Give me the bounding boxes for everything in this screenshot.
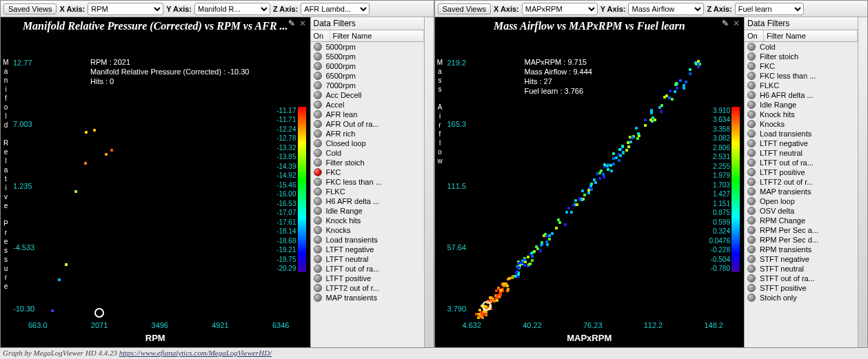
filter-led-icon[interactable] (314, 62, 322, 70)
filter-led-icon[interactable] (747, 101, 756, 109)
filter-led-icon[interactable] (314, 207, 322, 215)
filter-led-icon[interactable] (314, 158, 322, 167)
filter-led-icon[interactable] (747, 178, 756, 186)
filter-led-icon[interactable] (314, 245, 322, 254)
filter-list[interactable]: ColdFilter stoichFKCFKC less than ...FLK… (745, 42, 858, 347)
filter-row[interactable]: LTFT neutral (311, 254, 424, 264)
filter-row[interactable]: Cold (311, 148, 424, 158)
filter-row[interactable]: Knocks (745, 119, 858, 129)
filter-row[interactable]: RPM Change (745, 216, 858, 225)
filter-led-icon[interactable] (314, 255, 322, 263)
filter-row[interactable]: LTFT2 out of r... (745, 177, 858, 187)
filter-led-icon[interactable] (747, 52, 756, 61)
filter-row[interactable]: RPM Per Sec d... (745, 235, 858, 245)
filter-led-icon[interactable] (314, 187, 322, 196)
filter-led-icon[interactable] (314, 43, 322, 51)
filter-row[interactable]: MAP transients (745, 187, 858, 196)
filter-row[interactable]: Filter stoich (311, 158, 424, 167)
filter-row[interactable]: Load transients (745, 129, 858, 139)
close-icon[interactable]: ✕ (299, 19, 309, 28)
scatter-chart[interactable]: Mass Airflow vs MAPxRPM vs Fuel learn✎✕M… (435, 17, 745, 347)
filter-row[interactable]: AFR lean (311, 110, 424, 119)
filter-led-icon[interactable] (314, 274, 322, 283)
y-axis-select[interactable]: Manifold R... (194, 3, 270, 15)
filter-row[interactable]: LTFT positive (745, 167, 858, 177)
filter-row[interactable]: STFT negative (745, 254, 858, 264)
y-axis-select[interactable]: Mass Airflow (628, 3, 704, 15)
saved-views-button[interactable]: Saved Views (3, 3, 57, 14)
filter-row[interactable]: LTFT out of ra... (311, 264, 424, 274)
filter-led-icon[interactable] (314, 265, 322, 273)
filter-row[interactable]: RPM transients (745, 245, 858, 254)
filter-led-icon[interactable] (314, 216, 322, 225)
filter-led-icon[interactable] (747, 130, 756, 138)
filter-row[interactable]: STFT neutral (745, 264, 858, 274)
filter-led-icon[interactable] (314, 139, 322, 147)
filter-row[interactable]: Knocks (311, 225, 424, 235)
filter-row[interactable]: Load transients (311, 235, 424, 245)
filter-row[interactable]: 5500rpm (311, 52, 424, 61)
x-axis-select[interactable]: RPM (88, 3, 163, 15)
filter-led-icon[interactable] (314, 120, 322, 128)
filter-col-on[interactable]: On (745, 30, 764, 41)
filter-row[interactable]: FKC (311, 167, 424, 177)
filter-led-icon[interactable] (747, 149, 756, 157)
filter-led-icon[interactable] (747, 207, 756, 215)
pencil-icon[interactable]: ✎ (722, 19, 731, 28)
filter-led-icon[interactable] (747, 72, 756, 80)
filter-row[interactable]: Stoich only (745, 293, 858, 302)
filter-led-icon[interactable] (314, 91, 322, 99)
filter-led-icon[interactable] (314, 236, 322, 244)
filter-row[interactable]: OSV delta (745, 206, 858, 216)
filter-led-icon[interactable] (314, 168, 322, 176)
filter-row[interactable]: Knock hits (745, 110, 858, 119)
filter-led-icon[interactable] (747, 110, 756, 119)
filter-led-icon[interactable] (314, 110, 322, 119)
filter-led-icon[interactable] (747, 284, 756, 292)
filter-led-icon[interactable] (747, 216, 756, 225)
filter-row[interactable]: FKC less than ... (745, 71, 858, 81)
filter-row[interactable]: LTFT2 out of r... (311, 283, 424, 293)
filter-led-icon[interactable] (314, 81, 322, 90)
filter-led-icon[interactable] (747, 62, 756, 70)
filter-led-icon[interactable] (747, 158, 756, 167)
filter-led-icon[interactable] (314, 149, 322, 157)
filter-led-icon[interactable] (747, 274, 756, 283)
plot-area[interactable] (479, 59, 700, 313)
filter-led-icon[interactable] (314, 178, 322, 186)
filter-row[interactable]: LTFT positive (311, 274, 424, 283)
filter-row[interactable]: LTFT negative (745, 139, 858, 148)
filter-led-icon[interactable] (747, 139, 756, 147)
filter-row[interactable]: FKC less than ... (311, 177, 424, 187)
filter-row[interactable]: Idle Range (745, 100, 858, 110)
z-axis-select[interactable]: AFR Lambd... (301, 3, 370, 15)
filter-led-icon[interactable] (747, 236, 756, 244)
plot-area[interactable] (45, 59, 266, 313)
filter-row[interactable]: Accel (311, 100, 424, 110)
filter-col-name[interactable]: Filter Name (764, 30, 858, 41)
filter-led-icon[interactable] (747, 168, 756, 176)
filter-row[interactable]: Acc Decell (311, 90, 424, 100)
close-icon[interactable]: ✕ (733, 19, 743, 28)
filter-row[interactable]: MAP transients (311, 293, 424, 302)
filter-row[interactable]: STFT out of ra... (745, 274, 858, 283)
filter-row[interactable]: H6 AFR delta ... (311, 196, 424, 206)
filter-led-icon[interactable] (314, 226, 322, 234)
filter-led-icon[interactable] (747, 197, 756, 205)
filter-led-icon[interactable] (747, 43, 756, 51)
filter-row[interactable]: Knock hits (311, 216, 424, 225)
filter-led-icon[interactable] (747, 187, 756, 196)
pencil-icon[interactable]: ✎ (288, 19, 298, 28)
filter-led-icon[interactable] (747, 294, 756, 302)
filter-led-icon[interactable] (747, 226, 756, 234)
footer-link[interactable]: https://www.efianalytics.com/MegaLogView… (119, 349, 272, 357)
filter-led-icon[interactable] (314, 197, 322, 205)
filter-led-icon[interactable] (314, 101, 322, 109)
filter-row[interactable]: Open loop (745, 196, 858, 206)
filter-row[interactable]: RPM Per Sec a... (745, 225, 858, 235)
filter-led-icon[interactable] (314, 52, 322, 61)
filter-row[interactable]: 5000rpm (311, 42, 424, 52)
filter-led-icon[interactable] (747, 245, 756, 254)
filter-led-icon[interactable] (747, 255, 756, 263)
filter-col-on[interactable]: On (311, 30, 330, 41)
